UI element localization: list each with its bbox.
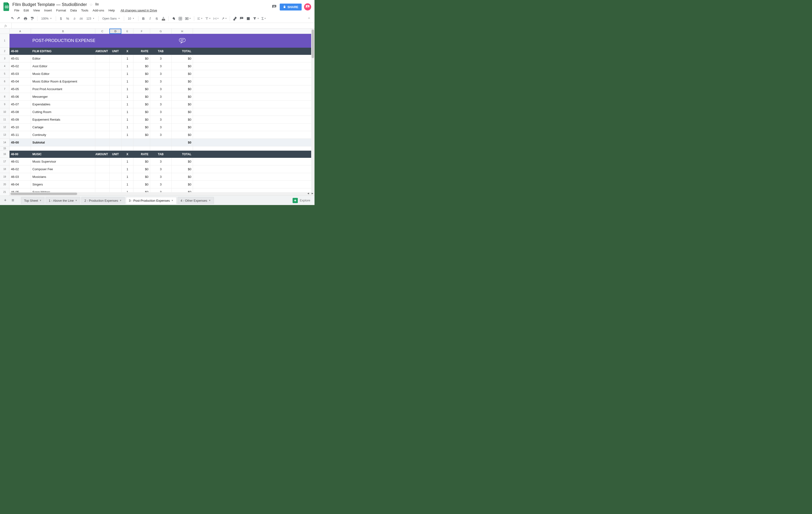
cell[interactable]: 1 <box>121 78 134 85</box>
cell[interactable]: 3 <box>150 62 172 70</box>
sheet-tab[interactable]: 2 - Production Expenses▼ <box>81 197 125 204</box>
cell[interactable]: TOTAL <box>172 151 193 158</box>
horizontal-scroll-arrows[interactable]: ◀▶ <box>306 192 315 195</box>
menu-addons[interactable]: Add-ons <box>91 8 106 13</box>
cell[interactable]: MUSIC <box>31 151 95 158</box>
cell[interactable]: 45-05 <box>9 85 31 93</box>
cell[interactable]: $0 <box>134 131 150 139</box>
sheet-tab[interactable]: 3 - Post-Production Expenses▼ <box>126 197 177 204</box>
row-header[interactable]: 9 <box>0 101 9 108</box>
cell[interactable] <box>95 124 110 131</box>
cell[interactable]: Equipement Rentals <box>31 116 95 124</box>
row-header[interactable]: 12 <box>0 124 9 131</box>
account-avatar[interactable] <box>304 3 311 10</box>
cell[interactable] <box>110 70 121 78</box>
cell[interactable]: 3 <box>150 165 172 173</box>
row-header[interactable]: 11 <box>0 116 9 124</box>
select-all-corner[interactable] <box>0 29 9 34</box>
cell[interactable]: 45-00 <box>9 48 31 55</box>
insert-chart-button[interactable] <box>245 16 251 22</box>
cell[interactable] <box>95 181 110 188</box>
cell[interactable] <box>110 116 121 124</box>
cell[interactable]: Cutting Room <box>31 108 95 116</box>
vertical-align-button[interactable]: ▼ <box>204 16 212 22</box>
cell[interactable]: RATE <box>134 48 150 55</box>
cell[interactable] <box>110 181 121 188</box>
cell[interactable]: $0 <box>172 78 193 85</box>
row-header[interactable]: 2 <box>0 48 9 55</box>
share-button[interactable]: SHARE <box>280 4 302 10</box>
explore-button[interactable]: ✦ Explore <box>290 197 313 204</box>
cell[interactable]: 1 <box>121 173 134 181</box>
cell[interactable]: 45-08 <box>9 108 31 116</box>
cell[interactable]: 45-00 <box>9 139 31 146</box>
cell[interactable] <box>110 146 121 151</box>
cell[interactable]: 1 <box>121 62 134 70</box>
add-sheet-button[interactable]: + <box>2 197 8 204</box>
col-header-B[interactable]: B <box>31 29 95 34</box>
cell[interactable]: 45-01 <box>9 55 31 62</box>
row-header[interactable]: 1 <box>0 34 9 48</box>
cell[interactable]: $0 <box>134 181 150 188</box>
cell[interactable]: $0 <box>172 165 193 173</box>
text-rotation-button[interactable]: ▼ <box>221 16 228 22</box>
cell[interactable]: X <box>121 151 134 158</box>
cell[interactable] <box>110 93 121 101</box>
cell[interactable] <box>95 173 110 181</box>
decrease-decimals-button[interactable]: .0 <box>71 16 78 22</box>
cell[interactable] <box>110 55 121 62</box>
more-formats-button[interactable]: 123▼ <box>85 16 96 22</box>
cell[interactable] <box>150 146 172 151</box>
redo-button[interactable] <box>16 16 22 22</box>
col-header-F[interactable]: F <box>134 29 150 34</box>
cell[interactable]: $0 <box>134 101 150 108</box>
cell[interactable]: Subtotal <box>31 139 95 146</box>
cell[interactable] <box>110 139 121 146</box>
cell[interactable] <box>110 85 121 93</box>
col-header-E[interactable]: E <box>121 29 134 34</box>
cell[interactable]: $0 <box>172 108 193 116</box>
undo-button[interactable] <box>9 16 15 22</box>
cell[interactable]: Composer Fee <box>31 165 95 173</box>
cell[interactable]: 1 <box>121 116 134 124</box>
cell[interactable]: $0 <box>172 85 193 93</box>
row-header[interactable]: 3 <box>0 55 9 62</box>
vertical-scrollbar[interactable] <box>311 29 315 195</box>
cell[interactable]: Cartage <box>31 124 95 131</box>
row-header[interactable]: 16 <box>0 151 9 158</box>
cell[interactable]: 1 <box>121 124 134 131</box>
cell[interactable]: 45-11 <box>9 131 31 139</box>
cell[interactable] <box>172 146 193 151</box>
cell[interactable]: $0 <box>134 55 150 62</box>
strikethrough-button[interactable]: S <box>154 16 160 22</box>
cell[interactable] <box>110 158 121 165</box>
borders-button[interactable] <box>177 16 183 22</box>
cell[interactable]: 45-03 <box>9 70 31 78</box>
cell[interactable] <box>134 139 150 146</box>
cell[interactable]: 3 <box>150 108 172 116</box>
cell[interactable]: $0 <box>172 116 193 124</box>
menu-data[interactable]: Data <box>68 8 79 13</box>
cell[interactable]: Music Editor <box>31 70 95 78</box>
format-percent-button[interactable]: % <box>64 16 71 22</box>
cell[interactable]: 45-10 <box>9 124 31 131</box>
cell[interactable]: 1 <box>121 131 134 139</box>
cell[interactable]: Messenger <box>31 93 95 101</box>
row-header[interactable]: 5 <box>0 70 9 78</box>
row-header[interactable]: 4 <box>0 62 9 70</box>
cell[interactable]: 1 <box>121 108 134 116</box>
move-folder-icon[interactable] <box>95 2 99 7</box>
cell[interactable] <box>134 146 150 151</box>
cell[interactable]: 45-07 <box>9 101 31 108</box>
cell[interactable]: Music Supervisor <box>31 158 95 165</box>
cell[interactable]: 1 <box>121 101 134 108</box>
cell[interactable]: 46-03 <box>9 173 31 181</box>
merge-cells-button[interactable]: ▼ <box>184 16 192 22</box>
zoom-select[interactable]: 100%▼ <box>39 16 54 22</box>
row-header[interactable]: 6 <box>0 78 9 85</box>
cell[interactable] <box>95 34 110 48</box>
cell[interactable] <box>95 55 110 62</box>
cell[interactable]: $0 <box>172 124 193 131</box>
horizontal-scrollbar[interactable] <box>9 192 311 195</box>
cell[interactable] <box>95 78 110 85</box>
